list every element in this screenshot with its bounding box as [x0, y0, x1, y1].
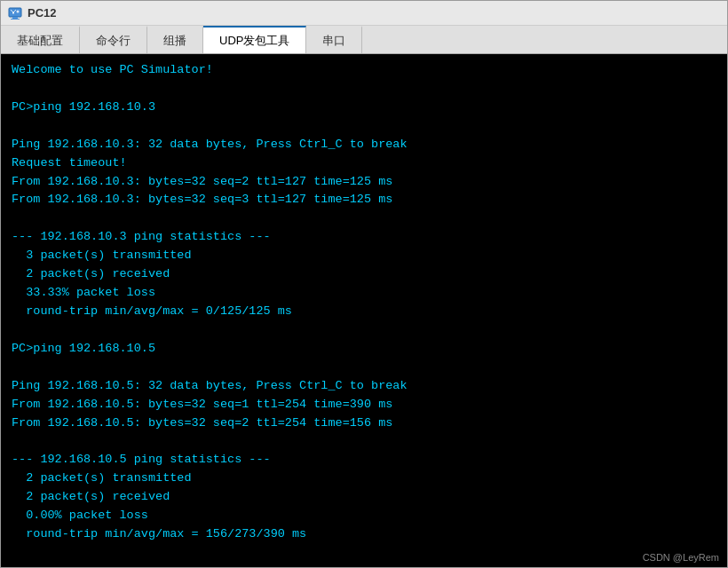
svg-rect-2	[11, 19, 20, 20]
svg-rect-0	[9, 8, 21, 17]
tab-command-line[interactable]: 命令行	[80, 26, 147, 53]
tab-udp-tool[interactable]: UDP发包工具	[203, 26, 306, 53]
tab-basic-config[interactable]: 基础配置	[1, 26, 80, 53]
main-window: PC12 基础配置 命令行 组播 UDP发包工具 串口 Welcome to u…	[0, 0, 728, 568]
terminal-output[interactable]: Welcome to use PC Simulator! PC>ping 192…	[1, 54, 727, 567]
tab-multicast[interactable]: 组播	[147, 26, 203, 53]
watermark: CSDN @LeyRem	[643, 552, 719, 563]
svg-rect-1	[12, 17, 18, 19]
svg-point-3	[17, 10, 20, 12]
pc-icon	[8, 6, 22, 20]
terminal-text: Welcome to use PC Simulator! PC>ping 192…	[12, 61, 716, 544]
title-bar: PC12	[1, 1, 727, 26]
tab-serial[interactable]: 串口	[306, 26, 362, 53]
tab-bar: 基础配置 命令行 组播 UDP发包工具 串口	[1, 26, 727, 54]
title-bar-text: PC12	[28, 6, 57, 20]
